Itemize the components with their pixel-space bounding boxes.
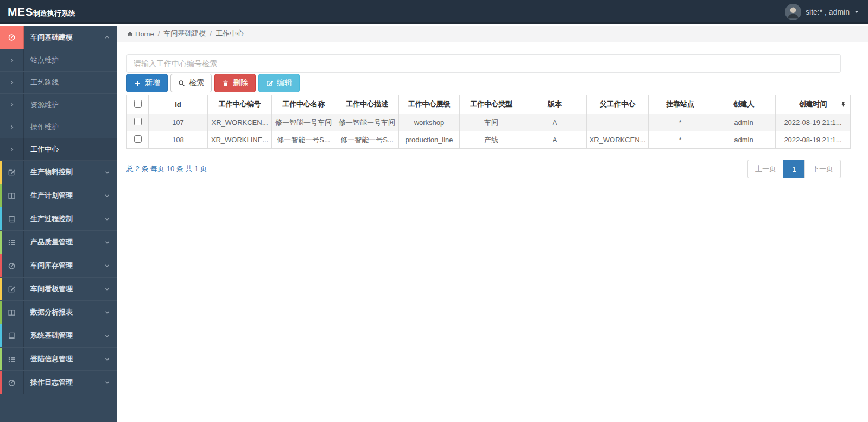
sidebar-item-label: 工作中心	[24, 138, 117, 160]
table-cell: A	[523, 131, 587, 149]
table-cell: 修一智能一号车间	[272, 114, 335, 131]
column-header-label: 工作中心类型	[470, 100, 512, 108]
column-header-label: id	[175, 100, 181, 109]
sidebar-group[interactable]: 数据分析报表	[0, 301, 117, 324]
sidebar-group-label: 车间库存管理	[24, 254, 104, 277]
prev-page-button[interactable]: 上一页	[747, 160, 784, 178]
edit-button-label: 编辑	[277, 78, 292, 88]
sidebar-submenu: 站点维护 工艺路线 资源维护 操作维护 工作中心	[0, 49, 117, 161]
user-label: site:* , admin	[806, 8, 850, 16]
table-body: 107XR_WORKCEN...修一智能一号车间修一智能一号车间workshop…	[127, 114, 851, 149]
column-header[interactable]: 工作中心编号	[208, 95, 272, 114]
columns-icon	[8, 308, 16, 317]
column-header[interactable]: 版本	[523, 95, 587, 114]
table-cell: 修一智能一号车间	[335, 114, 399, 131]
accent-bar	[0, 254, 2, 277]
gauge-icon	[8, 33, 16, 41]
sidebar-group[interactable]: 操作日志管理	[0, 371, 117, 394]
sidebar-group-label: 登陆信息管理	[24, 348, 104, 370]
sidebar-group[interactable]: 生产计划管理	[0, 184, 117, 207]
pagination-summary: 总 2 条 每页 10 条 共 1 页	[126, 164, 207, 174]
list-icon	[8, 238, 16, 247]
pager: 上一页 1 下一页	[747, 160, 841, 178]
column-header[interactable]: 创建时间	[776, 95, 851, 114]
column-header[interactable]: 挂靠站点	[649, 95, 712, 114]
plus-icon	[134, 80, 141, 87]
delete-button[interactable]: 删除	[214, 74, 256, 92]
columns-icon	[8, 192, 16, 200]
column-header[interactable]: 工作中心层级	[399, 95, 460, 114]
breadcrumb: Home /车间基础建模/工作中心	[117, 26, 868, 42]
sidebar-group-label: 车间看板管理	[24, 278, 104, 300]
column-header[interactable]: 父工作中心	[587, 95, 649, 114]
sidebar-group-label: 系统基础管理	[24, 324, 104, 347]
sidebar-group[interactable]: 车间库存管理	[0, 254, 117, 278]
column-header[interactable]: 工作中心名称	[272, 95, 335, 114]
page-1-button[interactable]: 1	[783, 160, 805, 178]
chevron-down-icon	[104, 263, 110, 269]
row-checkbox[interactable]	[134, 135, 142, 143]
column-header[interactable]: 工作中心描述	[335, 95, 399, 114]
edit-button[interactable]: 编辑	[258, 74, 300, 92]
main-area: Home /车间基础建模/工作中心 新增 检索 删除 编辑	[117, 26, 868, 422]
sidebar-group[interactable]: 产品质量管理	[0, 231, 117, 254]
search-input[interactable]	[126, 54, 841, 73]
user-menu[interactable]: site:* , admin	[785, 0, 859, 24]
sidebar-group[interactable]: 生产物料控制	[0, 161, 117, 184]
sidebar-item[interactable]: 工作中心	[0, 138, 117, 161]
column-header[interactable]: 工作中心类型	[460, 95, 523, 114]
chevron-right-icon	[9, 124, 15, 130]
sidebar-group[interactable]: 系统基础管理	[0, 324, 117, 348]
sidebar-group-label: 车间基础建模	[24, 26, 104, 49]
row-checkbox[interactable]	[134, 118, 142, 125]
sidebar-item-label: 工艺路线	[24, 72, 117, 93]
sidebar-group-active[interactable]: 车间基础建模	[0, 26, 117, 49]
sidebar-item[interactable]: 工艺路线	[0, 72, 117, 94]
topbar: MES制造执行系统 site:* , admin	[0, 0, 868, 24]
breadcrumb-item[interactable]: 工作中心	[216, 29, 244, 37]
next-page-button[interactable]: 下一页	[804, 160, 841, 178]
app-logo: MES制造执行系统	[8, 0, 75, 24]
column-header[interactable]: id	[149, 95, 208, 114]
column-header[interactable]: 创建人	[712, 95, 776, 114]
chevron-down-icon	[104, 240, 110, 245]
chevron-down-icon	[104, 216, 110, 222]
add-button-label: 新增	[145, 78, 160, 88]
pagination: 总 2 条 每页 10 条 共 1 页 上一页 1 下一页	[126, 160, 841, 178]
sidebar-item-label: 操作维护	[24, 116, 117, 138]
edit-icon	[266, 80, 273, 87]
column-header-label: 父工作中心	[600, 100, 635, 108]
sidebar-item[interactable]: 站点维护	[0, 49, 117, 72]
chevron-down-icon	[104, 193, 110, 199]
sidebar-group[interactable]: 车间看板管理	[0, 278, 117, 301]
table-cell: 修一智能一号S...	[335, 131, 399, 149]
gauge-icon	[8, 379, 16, 387]
table-cell: 2022-08-19 21:1...	[776, 131, 851, 149]
column-header-label: 版本	[548, 100, 562, 108]
breadcrumb-home[interactable]: Home	[126, 30, 154, 38]
avatar	[785, 4, 801, 20]
column-header-label: 工作中心名称	[282, 100, 325, 108]
sidebar-group[interactable]: 生产过程控制	[0, 207, 117, 231]
accent-bar	[0, 184, 2, 207]
chevron-down-icon	[104, 333, 110, 339]
breadcrumb-item[interactable]: 车间基础建模	[163, 29, 206, 37]
table-cell: A	[523, 114, 587, 131]
table-cell: *	[649, 114, 712, 131]
edit-icon	[8, 168, 16, 177]
sidebar-group[interactable]: 登陆信息管理	[0, 348, 117, 371]
accent-bar	[0, 278, 2, 300]
table-cell: XR_WORKCEN...	[208, 114, 272, 131]
add-button[interactable]: 新增	[126, 74, 168, 92]
chevron-right-icon	[9, 80, 15, 85]
select-all-checkbox[interactable]	[134, 100, 142, 108]
table-header-row: id工作中心编号工作中心名称工作中心描述工作中心层级工作中心类型版本父工作中心挂…	[127, 95, 851, 114]
pin-icon[interactable]	[840, 101, 846, 108]
breadcrumb-separator: /	[158, 29, 160, 37]
table-cell: 2022-08-19 21:1...	[776, 114, 851, 131]
column-header-label: 创建人	[733, 100, 755, 108]
sidebar: 车间基础建模 站点维护 工艺路线 资源维护 操作维护 工作中心 生产物料控制 生…	[0, 26, 117, 422]
sidebar-item[interactable]: 操作维护	[0, 116, 117, 138]
search-button[interactable]: 检索	[170, 74, 212, 92]
sidebar-item[interactable]: 资源维护	[0, 94, 117, 116]
